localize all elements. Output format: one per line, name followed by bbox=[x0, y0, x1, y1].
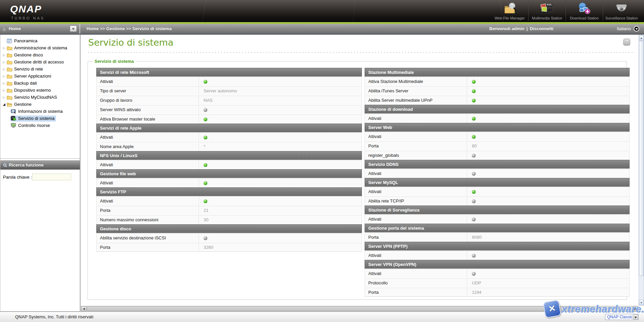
sidebar-item-panoramica[interactable]: Panoramica bbox=[0, 37, 80, 44]
tree-item-label: Servizio di sistema bbox=[18, 116, 54, 121]
help-button[interactable]: ? bbox=[623, 39, 630, 46]
dotted-separator bbox=[88, 52, 635, 53]
sidebar-item-backup-dati[interactable]: ▷Backup dati bbox=[0, 80, 80, 87]
scroll-down-icon[interactable]: ▼ bbox=[639, 300, 644, 305]
system-service-icon bbox=[10, 116, 16, 121]
service-row-value bbox=[467, 151, 629, 160]
station-web-file-manager[interactable]: Web File Manager bbox=[491, 0, 528, 21]
status-led-on-icon bbox=[472, 89, 476, 93]
tree-item-label: Servizio MyCloudNAS bbox=[14, 95, 57, 100]
expand-icon[interactable]: ▷ bbox=[2, 75, 6, 78]
sidebar-item-servizio-di-sistema[interactable]: Servizio di sistema bbox=[0, 115, 80, 122]
keyword-input[interactable] bbox=[32, 174, 71, 180]
service-row-label: Server WINS attivato bbox=[97, 105, 199, 114]
service-row: Attivati bbox=[365, 132, 630, 141]
service-row-value: UDP bbox=[467, 279, 629, 287]
service-row: Abilita iTunes Server bbox=[365, 86, 630, 95]
horizontal-scrollbar[interactable]: ◀ ▶ bbox=[81, 306, 638, 312]
section-header-server-web: Server Web bbox=[365, 123, 630, 132]
expand-icon[interactable]: ▷ bbox=[2, 46, 6, 50]
folder-icon bbox=[6, 59, 12, 65]
expand-icon[interactable]: ▷ bbox=[2, 96, 6, 99]
horizontal-scrollbar-thumb[interactable] bbox=[87, 306, 590, 311]
status-led-off-icon bbox=[204, 108, 207, 112]
station-label: Download Station bbox=[570, 16, 599, 20]
service-row: Abilita Server multimediale UPnP bbox=[365, 96, 630, 105]
logout-link[interactable]: Disconnetti bbox=[530, 26, 553, 31]
station-multimedia-station[interactable]: Multimedia Station bbox=[528, 0, 566, 21]
sidebar-item-servizio-di-rete[interactable]: ▷Servizio di rete bbox=[0, 65, 80, 73]
vertical-scrollbar[interactable]: ▲ ▼ bbox=[639, 35, 644, 306]
sidebar-item-gestione-disco[interactable]: ▷Gestione disco bbox=[0, 51, 80, 58]
status-led-on-icon bbox=[204, 118, 207, 121]
sidebar-item-controllo-risorse[interactable]: Controllo risorse bbox=[0, 122, 80, 129]
tree-label-wrap: Servizio di rete bbox=[6, 66, 45, 72]
folder-icon bbox=[6, 45, 12, 51]
service-row-value bbox=[467, 169, 629, 178]
scroll-left-icon[interactable]: ◀ bbox=[81, 306, 87, 311]
sidebar-item-dispositivo-esterno[interactable]: ▷Dispositivo esterno bbox=[0, 87, 80, 94]
scroll-right-icon[interactable]: ▶ bbox=[633, 306, 638, 311]
service-row: ProtocolloUDP bbox=[365, 278, 630, 287]
station-download-station[interactable]: Download Station bbox=[566, 0, 603, 21]
vertical-scrollbar-thumb[interactable] bbox=[639, 41, 644, 276]
collapse-tree-icon[interactable]: ◢ bbox=[2, 102, 6, 106]
scroll-up-icon[interactable]: ▲ bbox=[639, 35, 644, 41]
service-row-label: Attivati bbox=[365, 251, 467, 260]
tree-label-wrap: Servizio MyCloudNAS bbox=[6, 94, 59, 100]
sidebar-collapse-button[interactable]: « bbox=[70, 26, 77, 32]
expand-icon[interactable]: ▷ bbox=[2, 60, 6, 64]
service-row-label: Abilita iTunes Server bbox=[365, 87, 467, 95]
service-row-value bbox=[467, 269, 629, 278]
sidebar-item-amministrazione-di-sistema[interactable]: ▷Amministrazione di sistema bbox=[0, 44, 80, 51]
breadcrumb[interactable]: Home >> Gestione >> Servizio di sistema bbox=[87, 26, 172, 31]
service-row-value: 80 bbox=[467, 142, 629, 150]
tree-label-wrap: Amministrazione di sistema bbox=[6, 45, 69, 51]
language-selector[interactable]: Italiano bbox=[617, 26, 639, 32]
sidebar-item-gestione-diritti-di-accesso[interactable]: ▷Gestione diritti di accesso bbox=[0, 58, 80, 65]
service-row: Attivati bbox=[96, 178, 362, 187]
section-header-stazione-di-download: Stazione di download bbox=[365, 105, 630, 113]
service-row-value: 30 bbox=[199, 216, 362, 224]
service-row: Tipo di serverServer autonomo bbox=[96, 86, 362, 95]
main-content: Servizio di sistema ? Servizio di sistem… bbox=[81, 35, 638, 306]
expand-icon[interactable]: ▷ bbox=[2, 53, 6, 57]
theme-selector[interactable]: QNAP Classic bbox=[605, 314, 639, 320]
service-row: Abilita servizio destinazione iSCSI bbox=[96, 233, 362, 242]
sidebar-item-gestione[interactable]: ◢Gestione bbox=[0, 101, 80, 108]
sidebar-item-servizio-mycloudnas[interactable]: ▷Servizio MyCloudNAS bbox=[0, 94, 80, 101]
expand-icon[interactable]: ▷ bbox=[2, 82, 6, 85]
service-row: Nome area Apple* bbox=[96, 142, 362, 151]
service-row: Attiva Stazione Multimediale bbox=[365, 77, 630, 86]
status-led-off-icon bbox=[472, 218, 476, 221]
sidebar-header: ⌂ Home « bbox=[0, 24, 80, 34]
status-led-on-icon bbox=[472, 117, 476, 121]
section-header-servizi-di-rete-microsoft: Servizi di rete Microsoft bbox=[96, 68, 362, 77]
turbo-nas-subtitle: TURBO NAS bbox=[11, 16, 45, 20]
language-dropdown-icon[interactable] bbox=[634, 26, 639, 32]
sidebar-item-informazioni-di-sistema[interactable]: Informazioni di sistema bbox=[0, 108, 80, 115]
status-led-off-icon bbox=[204, 236, 207, 240]
service-row: Abilita rete TCP/IP bbox=[365, 196, 630, 205]
expand-icon[interactable]: ▷ bbox=[2, 89, 6, 92]
section-header-server-mysql: Server MySQL bbox=[365, 178, 630, 187]
tree-item-label: Gestione diritti di accesso bbox=[14, 59, 64, 64]
expand-icon[interactable]: ▷ bbox=[2, 67, 6, 71]
service-row-value: * bbox=[199, 142, 362, 151]
service-row: Attiva Browser master locale bbox=[96, 114, 362, 124]
surveillance-station-icon bbox=[614, 2, 629, 16]
theme-dropdown-icon[interactable] bbox=[633, 315, 638, 319]
service-row: Attivati bbox=[96, 77, 362, 86]
section-header-servizio-ddns: Servizio DDNS bbox=[365, 160, 630, 169]
app-header: QNAP TURBO NAS Web File ManagerMultimedi… bbox=[0, 0, 644, 22]
service-row: Attivati bbox=[96, 196, 362, 205]
status-led-on-icon bbox=[204, 199, 207, 203]
station-surveillance-station[interactable]: Surveillance Station bbox=[603, 0, 640, 21]
page-title: Servizio di sistema bbox=[88, 37, 173, 48]
section-header-gestione-file-web: Gestione file web bbox=[96, 169, 362, 178]
function-search-header: Ricerca funzione bbox=[0, 160, 80, 170]
session-info: Benvenuti admin | Disconnetti bbox=[489, 26, 553, 31]
sidebar-item-server-applicazioni[interactable]: ▷Server Applicazioni bbox=[0, 73, 80, 80]
service-row-value bbox=[199, 179, 362, 187]
station-shortcuts: Web File ManagerMultimedia StationDownlo… bbox=[491, 0, 640, 22]
